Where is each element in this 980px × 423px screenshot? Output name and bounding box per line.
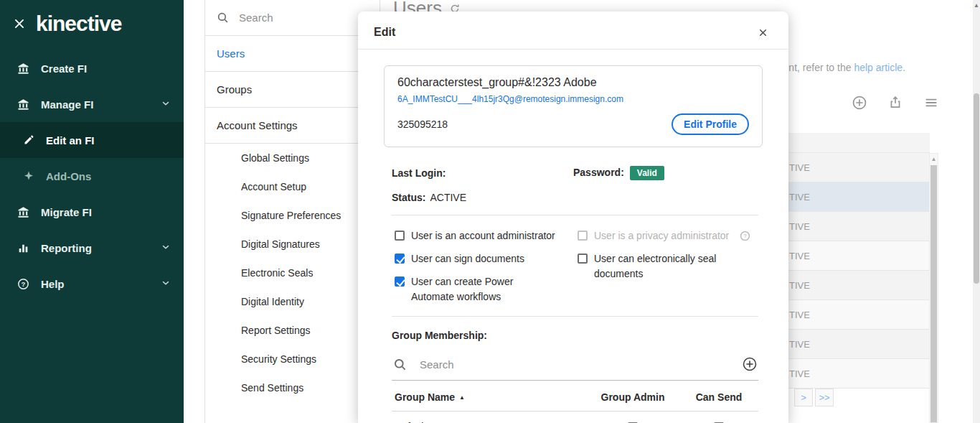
checkbox[interactable] (395, 254, 405, 264)
app-window: kinective Create FI Manage FI Edit an FI… (0, 0, 980, 423)
primary-nav: Create FI Manage FI Edit an FI Add-Ons M… (0, 50, 184, 302)
checkbox-label: User is a privacy administrator (594, 228, 729, 243)
bar-chart-icon (17, 242, 29, 254)
plus-circle-icon (743, 357, 757, 371)
nav-item-security-settings[interactable]: Security Settings (205, 345, 380, 373)
info-help-icon[interactable]: ? (740, 231, 750, 241)
sidebar-item-help[interactable]: ? Help (0, 266, 184, 302)
nav-item-global-settings[interactable]: Global Settings (205, 144, 380, 172)
user-name: 60characterstest_group#&!2323 Adobe (397, 76, 749, 89)
nav-item-label: Global Settings (241, 152, 309, 164)
nav-item-label: Groups (217, 83, 252, 96)
last-login-label: Last Login: (392, 167, 446, 179)
sidebar-item-manage-fi[interactable]: Manage FI (0, 86, 184, 122)
scroll-up-icon[interactable]: ▲ (973, 0, 980, 10)
svg-text:?: ? (22, 280, 26, 287)
group-row-default: Default Group (392, 412, 758, 423)
nav-item-users[interactable]: Users (205, 36, 380, 72)
password-field: Password:Valid (573, 166, 758, 180)
close-icon[interactable] (758, 27, 768, 38)
user-fields: Last Login: Password:Valid Status:ACTIVE (358, 166, 788, 203)
nav-item-label: Send Settings (241, 382, 303, 394)
scrollbar-thumb[interactable] (974, 93, 979, 284)
status-value: ACTIVE (430, 192, 466, 203)
nav-item-label: Users (217, 47, 245, 60)
settings-nav-panel: Users Groups Account Settings Global Set… (204, 0, 380, 423)
checkbox-label: User can sign documents (411, 251, 524, 266)
checkbox-power-automate[interactable]: User can create Power Automate workflows (395, 274, 578, 305)
account-settings-children: Global Settings Account Setup Signature … (205, 144, 380, 402)
group-search-input[interactable] (420, 358, 730, 371)
nav-item-label: Signature Preferences (241, 210, 341, 221)
checkbox-label: User is an account administrator (411, 228, 555, 243)
nav-item-groups[interactable]: Groups (205, 72, 380, 108)
brand-logo: kinective (36, 11, 121, 36)
primary-sidebar: kinective Create FI Manage FI Edit an FI… (0, 0, 184, 423)
edit-profile-button[interactable]: Edit Profile (672, 113, 749, 135)
nav-item-label: Security Settings (241, 353, 316, 365)
sidebar-item-reporting[interactable]: Reporting (0, 230, 184, 266)
permission-checkboxes: User is an account administrator User ca… (358, 228, 788, 305)
nav-item-send-settings[interactable]: Send Settings (205, 373, 380, 402)
panel-search-input[interactable] (239, 11, 347, 24)
group-table-header: Group Name Group Admin Can Send (392, 381, 758, 412)
nav-item-label: Electronic Seals (241, 267, 313, 279)
nav-item-digital-signatures[interactable]: Digital Signatures (205, 230, 380, 259)
user-email-link[interactable]: 6A_IMMTestCU___4lh15jr3Qg@remotesign.imm… (397, 94, 749, 104)
checkbox-label: User can electronically seal documents (594, 251, 723, 282)
last-login-field: Last Login: (392, 167, 573, 179)
profile-card: 60characterstest_group#&!2323 Adobe 6A_I… (384, 65, 763, 147)
bank-icon (17, 206, 29, 218)
pencil-icon (23, 134, 34, 146)
sidebar-item-edit-an-fi[interactable]: Edit an FI (0, 122, 184, 158)
checkbox-privacy-administrator: User is a privacy administrator ? (578, 228, 758, 243)
nav-item-digital-identity[interactable]: Digital Identity (205, 287, 380, 316)
nav-item-report-settings[interactable]: Report Settings (205, 316, 380, 345)
search-icon (393, 358, 407, 371)
sidebar-item-label: Help (41, 278, 65, 290)
nav-item-label: Report Settings (241, 325, 311, 336)
group-membership-heading: Group Membership: (392, 330, 758, 341)
checkbox-electronic-seal[interactable]: User can electronically seal documents (578, 251, 758, 282)
checkbox-account-administrator[interactable]: User is an account administrator (395, 228, 578, 243)
sparkle-icon (23, 170, 34, 182)
panel-search[interactable] (205, 0, 380, 36)
sidebar-item-label: Reporting (41, 242, 92, 254)
group-search (392, 351, 758, 381)
sidebar-item-migrate-fi[interactable]: Migrate FI (0, 194, 184, 230)
modal-header: Edit (358, 11, 788, 50)
chevron-down-icon (161, 98, 171, 111)
sidebar-item-label: Create FI (41, 62, 87, 75)
nav-item-account-settings[interactable]: Account Settings (205, 108, 380, 144)
divider (392, 316, 758, 317)
password-label: Password: (573, 167, 624, 178)
status-label: Status: (392, 192, 425, 203)
add-group-button[interactable] (743, 357, 757, 371)
checkbox[interactable] (395, 276, 405, 287)
checkbox[interactable] (578, 254, 588, 264)
profile-card-footer: 325095218 Edit Profile (397, 113, 749, 135)
nav-item-electronic-seals[interactable]: Electronic Seals (205, 259, 380, 287)
sidebar-item-label: Migrate FI (41, 206, 92, 218)
column-group-admin: Group Admin (586, 391, 679, 403)
bank-gear-icon (17, 98, 29, 111)
group-name-cell: Default Group (395, 421, 586, 423)
logo-row: kinective (0, 0, 184, 43)
svg-text:?: ? (744, 233, 748, 239)
chevron-down-icon (161, 278, 171, 290)
sidebar-item-label: Add-Ons (46, 170, 91, 182)
sidebar-item-label: Manage FI (41, 98, 93, 111)
checkbox-can-sign[interactable]: User can sign documents (395, 251, 578, 266)
nav-item-account-setup[interactable]: Account Setup (205, 172, 380, 201)
column-group-name[interactable]: Group Name (395, 391, 586, 403)
user-id: 325095218 (397, 118, 448, 130)
sidebar-item-add-ons[interactable]: Add-Ons (0, 158, 184, 194)
help-circle-icon: ? (17, 278, 29, 290)
close-menu-icon[interactable] (13, 17, 26, 30)
checkbox[interactable] (395, 231, 405, 241)
group-membership-table: Group Name Group Admin Can Send Default … (392, 381, 758, 423)
browser-scrollbar[interactable]: ▲ (973, 0, 980, 423)
nav-item-signature-preferences[interactable]: Signature Preferences (205, 201, 380, 230)
edit-user-modal: Edit 60characterstest_group#&!2323 Adobe… (358, 11, 788, 423)
sidebar-item-create-fi[interactable]: Create FI (0, 50, 184, 86)
